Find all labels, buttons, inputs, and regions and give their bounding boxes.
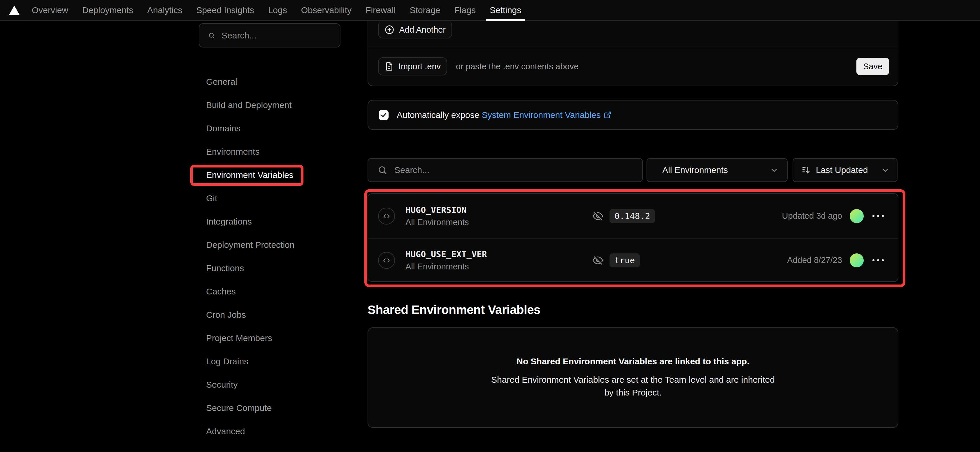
env-variables-list: HUGO_VERSION All Environments 0.148.2 Up… (368, 193, 898, 282)
eye-off-icon[interactable] (593, 255, 603, 266)
shared-env-card: No Shared Environment Variables are link… (368, 327, 898, 428)
expose-checkbox[interactable] (379, 110, 388, 120)
variable-environments: All Environments (406, 217, 469, 227)
variable-value-chip: 0.148.2 (609, 209, 655, 223)
variable-identity: HUGO_USE_EXT_VER All Environments (406, 249, 487, 271)
sidebar-item-general[interactable]: General (199, 70, 340, 94)
system-env-card: Automatically expose System Environment … (368, 100, 898, 130)
variable-value-chip: true (609, 254, 640, 267)
env-editor-import-row: Import .env or paste the .env contents a… (368, 47, 898, 86)
save-button[interactable]: Save (856, 58, 889, 75)
sidebar-item-security[interactable]: Security (199, 373, 340, 396)
variable-name: HUGO_USE_EXT_VER (406, 249, 487, 259)
code-brackets-icon (378, 208, 395, 225)
add-another-button[interactable]: Add Another (378, 21, 452, 38)
expose-label-text: Automatically expose (397, 110, 479, 120)
tab-firewall[interactable]: Firewall (358, 0, 402, 21)
sort-order-value: Last Updated (816, 165, 881, 175)
sort-order-dropdown[interactable]: Last Updated (792, 158, 897, 182)
nav-tabs: Overview Deployments Analytics Speed Ins… (25, 0, 528, 21)
environment-filter-dropdown[interactable]: All Environments (646, 158, 788, 182)
env-editor-card: Add Another Import .env or paste the .en… (368, 21, 898, 86)
expose-label: Automatically expose System Environment … (397, 110, 612, 120)
variable-meta-group: Added 8/27/23 (787, 254, 885, 267)
row-actions-menu-button[interactable] (871, 212, 885, 220)
tab-settings[interactable]: Settings (483, 0, 528, 21)
chevron-down-icon (881, 165, 890, 175)
tab-observability[interactable]: Observability (294, 0, 358, 21)
variable-added-text: Added 8/27/23 (787, 255, 842, 265)
sidebar-item-advanced[interactable]: Advanced (199, 420, 340, 443)
sidebar-item-secure-compute[interactable]: Secure Compute (199, 396, 340, 420)
avatar (850, 254, 864, 267)
file-icon (385, 62, 394, 71)
variable-meta-group: Updated 3d ago (782, 209, 885, 223)
import-env-button[interactable]: Import .env (378, 57, 447, 75)
shared-empty-title: No Shared Environment Variables are link… (517, 357, 749, 366)
vercel-settings-page: Overview Deployments Analytics Speed Ins… (0, 0, 980, 452)
avatar (850, 209, 864, 223)
tab-overview[interactable]: Overview (25, 0, 75, 21)
variable-environments: All Environments (406, 262, 487, 271)
tab-speed-insights[interactable]: Speed Insights (189, 0, 261, 21)
sidebar-item-log-drains[interactable]: Log Drains (199, 350, 340, 373)
variable-name: HUGO_VERSION (406, 205, 469, 215)
row-actions-menu-button[interactable] (871, 256, 885, 264)
system-env-variables-link-text: System Environment Variables (482, 110, 601, 120)
import-env-label: Import .env (398, 62, 441, 71)
code-brackets-icon (378, 252, 395, 269)
settings-search-input[interactable] (221, 30, 334, 40)
chevron-down-icon (770, 165, 779, 175)
variable-value-group: 0.148.2 (593, 209, 655, 223)
sidebar-item-environment-variables[interactable]: Environment Variables (199, 163, 340, 187)
tab-logs[interactable]: Logs (261, 0, 294, 21)
check-icon (380, 111, 387, 119)
tab-deployments[interactable]: Deployments (75, 0, 140, 21)
sidebar-item-functions[interactable]: Functions (199, 257, 340, 280)
system-env-variables-link[interactable]: System Environment Variables (482, 110, 612, 120)
paste-hint-text: or paste the .env contents above (456, 62, 579, 71)
tab-flags[interactable]: Flags (447, 0, 483, 21)
sidebar-item-cron-jobs[interactable]: Cron Jobs (199, 303, 340, 327)
shared-env-heading: Shared Environment Variables (368, 303, 541, 317)
sidebar-item-deployment-protection[interactable]: Deployment Protection (199, 233, 340, 257)
add-another-label: Add Another (399, 25, 446, 35)
env-editor-top: Add Another (368, 21, 898, 47)
sidebar-item-project-members[interactable]: Project Members (199, 327, 340, 350)
tab-storage[interactable]: Storage (402, 0, 447, 21)
tab-analytics[interactable]: Analytics (140, 0, 189, 21)
variable-value-group: true (593, 254, 640, 267)
sidebar-item-domains[interactable]: Domains (199, 117, 340, 140)
search-icon (208, 30, 215, 40)
eye-off-icon[interactable] (593, 211, 603, 221)
env-variable-row[interactable]: HUGO_VERSION All Environments 0.148.2 Up… (368, 194, 898, 238)
search-icon (377, 165, 387, 175)
variable-updated-text: Updated 3d ago (782, 211, 842, 221)
vercel-logo-icon[interactable] (9, 5, 20, 15)
environment-filter-value: All Environments (662, 165, 770, 175)
plus-circle-icon (385, 25, 395, 35)
sidebar-item-caches[interactable]: Caches (199, 280, 340, 303)
external-link-icon (604, 111, 612, 119)
env-variable-row[interactable]: HUGO_USE_EXT_VER All Environments true A… (368, 238, 898, 282)
variable-identity: HUGO_VERSION All Environments (406, 205, 469, 227)
sidebar-item-git[interactable]: Git (199, 187, 340, 210)
sidebar-item-environments[interactable]: Environments (199, 140, 340, 163)
settings-sidebar-menu: General Build and Deployment Domains Env… (199, 70, 340, 443)
sort-descending-icon (801, 165, 811, 175)
sidebar-item-build-and-deployment[interactable]: Build and Deployment (199, 94, 340, 117)
variables-search-box (368, 158, 643, 182)
shared-empty-body: Shared Environment Variables are set at … (486, 373, 780, 399)
settings-search-box (199, 23, 340, 48)
top-nav: Overview Deployments Analytics Speed Ins… (0, 0, 980, 21)
variables-search-input[interactable] (395, 165, 636, 175)
sidebar-item-integrations[interactable]: Integrations (199, 210, 340, 233)
